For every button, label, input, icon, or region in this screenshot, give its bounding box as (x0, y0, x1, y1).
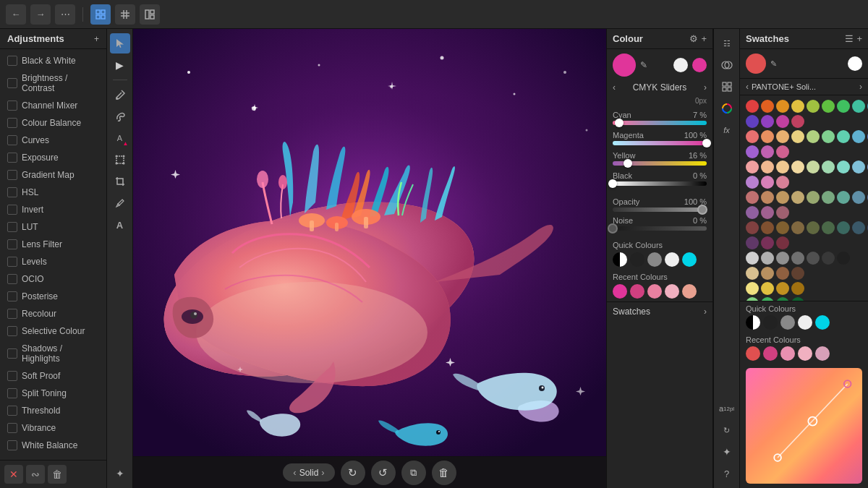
sw-recent-3[interactable] (780, 346, 795, 361)
colour-settings-icon[interactable]: ⚙ (689, 33, 698, 44)
swatch-color[interactable] (822, 130, 835, 143)
adj-check[interactable] (7, 78, 17, 88)
snapping-button[interactable] (90, 4, 111, 25)
swatch-color[interactable] (776, 100, 789, 113)
swatch-color[interactable] (746, 130, 759, 143)
swatch-color[interactable] (761, 100, 774, 113)
sw-quick-grey[interactable] (780, 315, 795, 330)
yellow-slider[interactable] (613, 161, 707, 166)
swatch-color[interactable] (761, 115, 774, 128)
adj-check[interactable] (7, 406, 17, 416)
swatch-color[interactable] (807, 160, 820, 174)
adj-check[interactable] (7, 100, 17, 111)
swatch-color[interactable] (822, 160, 835, 174)
undo-button[interactable]: ↻ (341, 461, 365, 485)
recent-swatch-1[interactable] (613, 284, 627, 299)
question-tool[interactable]: ? (717, 463, 737, 484)
swatch-color[interactable] (776, 236, 789, 249)
swatches-white-swatch[interactable] (848, 56, 862, 71)
swatch-color[interactable] (776, 115, 789, 128)
pantone-next-button[interactable]: › (859, 82, 862, 92)
quick-swatch-cyan[interactable] (682, 252, 697, 267)
secondary-colour-swatch[interactable] (673, 58, 688, 72)
adj-item[interactable]: Lens Filter (0, 236, 106, 253)
history-tool[interactable]: ↻ (717, 420, 737, 440)
type-tool[interactable]: A (110, 215, 130, 235)
cyan-slider[interactable] (613, 121, 707, 125)
sw-recent-4[interactable] (798, 346, 812, 361)
swatch-color[interactable] (776, 267, 789, 280)
black-thumb[interactable] (608, 179, 617, 188)
swatch-color[interactable] (746, 145, 759, 158)
adj-item[interactable]: HSL (0, 184, 106, 201)
swatch-color[interactable] (761, 206, 774, 219)
swatches-add-icon[interactable]: + (856, 33, 862, 44)
swatch-color[interactable] (791, 252, 804, 265)
swatch-color[interactable] (776, 206, 789, 219)
adj-item[interactable]: Soft Proof (0, 367, 106, 385)
swatch-color[interactable] (761, 221, 774, 234)
back-button[interactable]: ← (6, 4, 26, 25)
swatch-color[interactable] (791, 267, 804, 280)
magenta-slider[interactable] (613, 141, 707, 145)
noise-slider[interactable] (613, 226, 707, 231)
swatch-color[interactable] (761, 130, 774, 143)
transform-tool[interactable] (110, 150, 130, 170)
crop-tool[interactable] (110, 171, 130, 192)
swatch-color[interactable] (822, 221, 835, 234)
swatch-color[interactable] (791, 282, 804, 295)
yellow-thumb[interactable] (624, 159, 632, 168)
swatch-color[interactable] (746, 100, 759, 113)
swatch-color[interactable] (837, 160, 850, 174)
adj-item[interactable]: Black & White (0, 52, 106, 69)
curve-adj-button[interactable]: ∾ (26, 465, 45, 484)
solid-tab[interactable]: ‹ Solid › (283, 463, 334, 481)
tertiary-colour-swatch[interactable] (692, 58, 707, 72)
delete-adj-button[interactable]: 🗑 (48, 465, 67, 484)
adj-check[interactable] (7, 326, 17, 336)
swatch-color[interactable] (852, 100, 865, 113)
swatch-color[interactable] (822, 252, 835, 265)
more-button[interactable]: ⋯ (55, 4, 75, 25)
adj-check[interactable] (7, 423, 17, 433)
forward-button[interactable]: → (30, 4, 51, 25)
recent-swatch-3[interactable] (647, 284, 662, 299)
quick-swatch-bw[interactable] (613, 252, 627, 267)
stamp-tool[interactable]: A ▲ (110, 128, 130, 148)
sw-quick-cyan[interactable] (815, 315, 830, 330)
swatches-pen-icon[interactable]: ✎ (770, 59, 777, 69)
swatch-color[interactable] (837, 100, 850, 113)
swatch-color[interactable] (776, 176, 789, 189)
colour-expand-icon[interactable]: + (701, 33, 707, 44)
swatch-color[interactable] (761, 267, 774, 280)
adj-item[interactable]: White Balance (0, 437, 106, 454)
adj-check[interactable] (7, 56, 17, 66)
swatch-color[interactable] (776, 221, 789, 234)
adj-check[interactable] (7, 135, 17, 145)
adj-item[interactable]: Threshold (0, 402, 106, 419)
grid-button[interactable] (115, 4, 135, 25)
swatch-color[interactable] (791, 160, 804, 174)
adj-item[interactable]: Gradient Map (0, 166, 106, 184)
eyedropper-tool[interactable] (110, 193, 130, 213)
opacity-slider[interactable] (613, 207, 707, 212)
next-mode-button[interactable]: › (704, 82, 707, 93)
node-tool[interactable]: ▶ (110, 55, 130, 75)
sw-quick-black[interactable] (763, 315, 778, 330)
main-colour-swatch[interactable] (613, 53, 636, 77)
close-adj-button[interactable]: ✕ (4, 465, 23, 484)
swatch-color[interactable] (807, 130, 820, 143)
adj-check[interactable] (7, 309, 17, 319)
pantone-prev-button[interactable]: ‹ (746, 82, 749, 92)
adj-item[interactable]: Curves (0, 132, 106, 149)
swatch-color[interactable] (807, 252, 820, 265)
adj-item[interactable]: Split Toning (0, 385, 106, 402)
swatch-color[interactable] (791, 100, 804, 113)
swatch-color[interactable] (761, 145, 774, 158)
swatch-color[interactable] (761, 282, 774, 295)
adj-item[interactable]: Colour Balance (0, 114, 106, 132)
adj-item[interactable]: Levels (0, 253, 106, 270)
adj-check[interactable] (7, 153, 17, 163)
recent-swatch-4[interactable] (665, 284, 679, 299)
color-wheel-tool[interactable] (717, 98, 737, 119)
